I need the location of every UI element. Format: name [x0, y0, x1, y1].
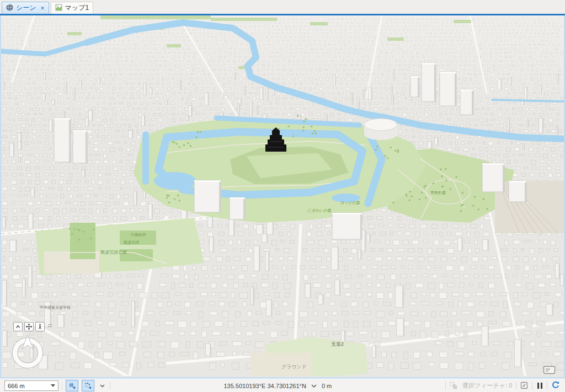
scale-combobox[interactable]: 666 m	[4, 380, 58, 391]
navigator-toggle-icon[interactable]	[520, 382, 528, 390]
separator	[62, 382, 62, 390]
map-label: にぎわいの森	[308, 208, 332, 213]
coordinate-units-chevron[interactable]	[311, 384, 317, 388]
statusbar-center-group: 135.5010193°E 34.7301261°N 0 m	[110, 383, 445, 389]
elevation-readout: 0 m	[322, 383, 332, 389]
snapping-point-toggle[interactable]	[82, 380, 94, 391]
pause-drawing-button[interactable]	[536, 383, 543, 389]
map-label: 中央聴覚支援学校	[40, 305, 71, 310]
refresh-icon[interactable]	[551, 381, 560, 390]
map-label: ロッジの森	[340, 201, 360, 205]
coordinates-readout: 135.5010193°E 34.7301261°N	[223, 383, 306, 389]
statusbar-left-group: 666 m	[0, 380, 110, 391]
navigator-mini-toolbar	[13, 322, 52, 331]
snapping-options-chevron[interactable]	[98, 380, 106, 391]
map-label: 難波宮跡公園	[100, 250, 127, 255]
selection-count: 選択フィーチャ: 0	[462, 382, 512, 390]
tab-scene-label: シーン	[16, 3, 36, 13]
snapping-grid-toggle[interactable]	[66, 380, 78, 391]
separator	[532, 382, 532, 390]
scale-caret-icon	[51, 384, 55, 387]
popup-dock-icon[interactable]	[542, 364, 557, 376]
navigator-compass[interactable]	[8, 332, 47, 371]
navigator-pan-button[interactable]	[24, 322, 34, 331]
navigator-heading-button[interactable]	[13, 322, 23, 331]
map-label: 市民の森	[430, 190, 446, 195]
scene-view-container: 市民の森ロッジの森にぎわいの森大極殿跡難波宮跡難波宮跡公園玉造2グラウンド中央聴…	[0, 15, 565, 378]
map-icon	[55, 4, 62, 13]
map-label: 玉造2	[331, 341, 344, 347]
map-label: 大極殿跡	[130, 233, 146, 237]
select-features-icon	[450, 382, 459, 390]
navigator-walk-button[interactable]	[35, 322, 45, 331]
scene-3d-map[interactable]: 市民の森ロッジの森にぎわいの森大極殿跡難波宮跡難波宮跡公園玉造2グラウンド中央聴…	[1, 15, 564, 376]
navigator-grip-handle[interactable]	[47, 324, 52, 330]
map-label: 難波宮跡	[124, 240, 139, 245]
tab-close-icon[interactable]: ×	[41, 5, 45, 12]
separator	[516, 382, 516, 390]
status-bar: 666 m 135.5010193°E 34.7301261°N 0 m	[0, 378, 565, 392]
tab-map1-label: マップ1	[65, 3, 89, 13]
scale-value: 666 m	[8, 383, 25, 389]
tab-map1[interactable]: マップ1	[51, 2, 94, 14]
separator	[445, 382, 446, 390]
view-tab-bar: シーン × マップ1	[0, 0, 565, 14]
separator	[547, 382, 547, 390]
statusbar-right-group: 選択フィーチャ: 0	[445, 381, 565, 390]
globe-icon	[6, 4, 13, 13]
map-label: グラウンド	[281, 364, 307, 369]
tab-scene[interactable]: シーン ×	[2, 2, 49, 14]
arcgis-pro-window: シーン × マップ1 市民の森ロッジの森にぎわいの森大極殿跡難波宮跡難波宮跡公園…	[0, 0, 565, 392]
